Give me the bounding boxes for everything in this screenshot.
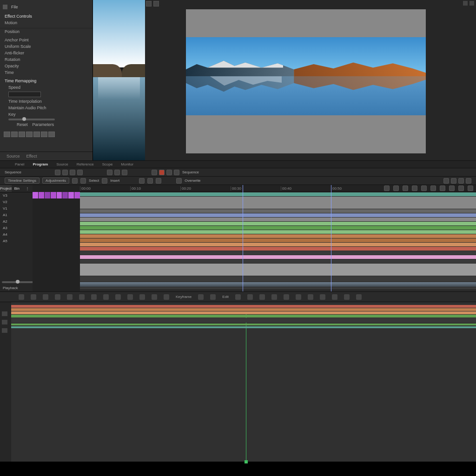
sub-speed[interactable]: Speed: [0, 84, 93, 91]
reset-label-b[interactable]: Parameters: [33, 122, 54, 127]
tl2-clip[interactable]: [11, 305, 476, 308]
btn-4[interactable]: [26, 132, 33, 137]
trk-v3[interactable]: V3: [0, 192, 33, 199]
ltab-bin[interactable]: Bin: [12, 185, 22, 192]
clip-thumb[interactable]: [33, 192, 38, 198]
strip-icon[interactable]: [127, 294, 133, 300]
track-clip[interactable]: [80, 251, 476, 255]
tl2-clip[interactable]: [11, 308, 476, 311]
tb2-overwrite[interactable]: Overwrite: [185, 178, 200, 183]
trk-a1[interactable]: A1: [0, 212, 33, 218]
ruler-icon-e[interactable]: [421, 185, 427, 191]
gutter-icon[interactable]: [2, 311, 7, 316]
ruler-icon-c[interactable]: [403, 185, 408, 191]
playhead-secondary[interactable]: [246, 313, 246, 462]
strip-icon[interactable]: [55, 294, 60, 300]
menu-file[interactable]: File: [9, 4, 20, 10]
tb2-g[interactable]: [176, 178, 182, 184]
strip-icon[interactable]: [91, 294, 97, 300]
btn-5[interactable]: [33, 132, 40, 137]
prop-time[interactable]: Time: [0, 69, 93, 76]
ltab-opts-icon[interactable]: ⋮: [22, 185, 33, 192]
reset-label-a[interactable]: Reset: [17, 122, 28, 127]
tb2-f[interactable]: [156, 178, 161, 184]
prop-opacity[interactable]: Opacity: [0, 63, 93, 69]
track-clip[interactable]: [80, 226, 476, 230]
gutter-icon[interactable]: [2, 328, 7, 333]
wtab-source[interactable]: Source: [53, 162, 71, 166]
tl2-clip[interactable]: [11, 324, 476, 325]
strip-icon[interactable]: [31, 294, 36, 300]
tb-link-icon[interactable]: [70, 170, 75, 175]
track-clip[interactable]: [80, 209, 476, 213]
preview-canvas[interactable]: [186, 9, 426, 153]
tb2-d[interactable]: [139, 178, 145, 184]
playhead-b[interactable]: [331, 185, 331, 291]
gutter-icon[interactable]: [2, 320, 7, 324]
tb2-insert[interactable]: Insert: [110, 178, 119, 183]
clip-thumb[interactable]: [57, 192, 62, 198]
track-clip[interactable]: [80, 247, 476, 251]
sub-key[interactable]: Key: [0, 111, 93, 118]
trk-a5[interactable]: A5: [0, 238, 33, 245]
strip-icon[interactable]: [259, 294, 265, 300]
strip-icon[interactable]: [271, 294, 277, 300]
ruler-icon-j[interactable]: [468, 185, 473, 191]
tb-stepfwd-icon[interactable]: [166, 170, 172, 175]
track-clip[interactable]: [80, 218, 476, 221]
tb-stepback-icon[interactable]: [152, 170, 157, 175]
preview-settings-icon[interactable]: [469, 1, 474, 6]
tb2-select[interactable]: Select: [89, 178, 99, 183]
strip-keyframe-label[interactable]: Keyframe: [176, 295, 192, 299]
prop-motion[interactable]: Motion: [0, 20, 93, 26]
strip-icon[interactable]: [19, 294, 24, 300]
timeline-tracks[interactable]: 00:00 00:10 00:20 00:30 00:40 00:50: [80, 185, 476, 291]
tb2-k[interactable]: [466, 178, 471, 184]
ruler-icon-a[interactable]: [384, 185, 390, 191]
track-clip[interactable]: [80, 234, 476, 238]
track-clip[interactable]: [80, 259, 476, 263]
tb2-h[interactable]: [443, 178, 449, 184]
strip-icon[interactable]: [210, 294, 216, 300]
strip-icon[interactable]: [308, 294, 313, 300]
btn-1[interactable]: [4, 132, 10, 137]
tab-effect[interactable]: Effect: [25, 153, 39, 159]
wtab-program[interactable]: Program: [30, 162, 51, 166]
btn-6[interactable]: [41, 132, 47, 137]
ruler-icon-h[interactable]: [449, 185, 455, 191]
tl2-clip[interactable]: [11, 315, 476, 317]
speed-input[interactable]: [8, 92, 41, 97]
track-clip[interactable]: [80, 264, 476, 276]
key-slider[interactable]: [8, 119, 55, 120]
track-gradient[interactable]: [80, 282, 476, 287]
trk-a4[interactable]: A4: [0, 231, 33, 238]
trk-a3[interactable]: A3: [0, 225, 33, 231]
prop-anchor[interactable]: Anchor Point: [0, 37, 93, 43]
btn-3[interactable]: [19, 132, 25, 137]
tl2-clip[interactable]: [11, 311, 476, 314]
ruler-icon-i[interactable]: [458, 185, 464, 191]
ruler-icon-d[interactable]: [412, 185, 417, 191]
time-ruler[interactable]: 00:00 00:10 00:20 00:30 00:40 00:50: [80, 185, 476, 192]
track-clip[interactable]: [80, 230, 476, 234]
clip-thumb[interactable]: [45, 192, 50, 198]
strip-icon[interactable]: [296, 294, 301, 300]
prop-antiflicker[interactable]: Anti-flicker: [0, 50, 93, 56]
strip-icon[interactable]: [247, 294, 253, 300]
strip-icon[interactable]: [320, 294, 325, 300]
wtab-scope[interactable]: Scope: [99, 162, 116, 166]
preview-close-icon[interactable]: [463, 1, 468, 6]
preview-btn-1[interactable]: [146, 1, 152, 7]
track-clip[interactable]: [80, 213, 476, 217]
clip-thumb[interactable]: [68, 192, 74, 198]
trk-v2[interactable]: V2: [0, 199, 33, 205]
strip-icon[interactable]: [344, 294, 350, 300]
ruler-icon-g[interactable]: [440, 185, 445, 191]
strip-icon[interactable]: [198, 294, 204, 300]
strip-icon[interactable]: [43, 294, 48, 300]
tb2-b[interactable]: [80, 178, 86, 184]
track-clip[interactable]: [80, 197, 476, 209]
strip-icon[interactable]: [284, 294, 289, 300]
clip-thumb[interactable]: [74, 192, 80, 198]
section-time-remap[interactable]: Time Remapping: [0, 78, 93, 84]
